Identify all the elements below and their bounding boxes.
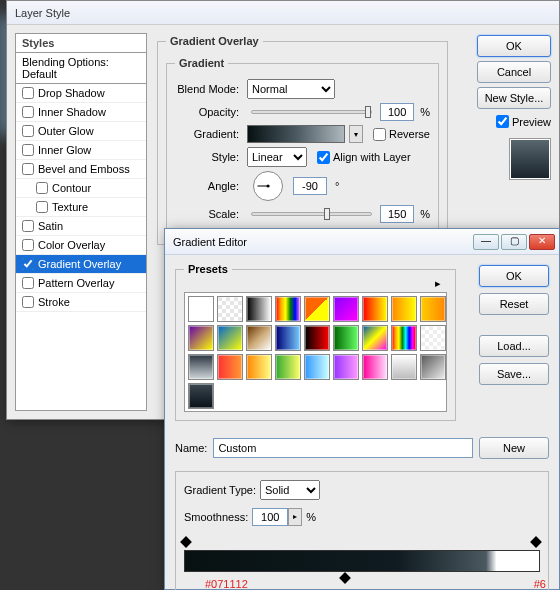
blend-mode-select[interactable]: Normal xyxy=(247,79,335,99)
gradient-editor-titlebar[interactable]: Gradient Editor — ▢ ✕ xyxy=(165,229,559,255)
gradient-type-group: Gradient Type: Solid Smoothness: ▸ % xyxy=(175,471,549,590)
gradient-subgroup: Gradient Blend Mode: Normal Opacity: % G… xyxy=(166,57,439,236)
style-item-inner-shadow[interactable]: Inner Shadow xyxy=(16,103,146,122)
gradient-type-select[interactable]: Solid xyxy=(260,480,320,500)
layer-style-buttons: OK Cancel New Style... Preview xyxy=(477,35,551,180)
preset-swatch[interactable] xyxy=(188,354,214,380)
style-item-satin[interactable]: Satin xyxy=(16,217,146,236)
angle-knob[interactable] xyxy=(253,171,283,201)
deg: ° xyxy=(335,180,339,192)
opacity-slider[interactable] xyxy=(251,110,372,114)
cancel-button[interactable]: Cancel xyxy=(477,61,551,83)
opacity-label: Opacity: xyxy=(175,106,243,118)
smoothness-field[interactable] xyxy=(252,508,288,526)
style-item-texture[interactable]: Texture xyxy=(16,198,146,217)
blending-options-row[interactable]: Blending Options: Default xyxy=(16,53,146,84)
style-item-pattern-overlay[interactable]: Pattern Overlay xyxy=(16,274,146,293)
ge-ok-button[interactable]: OK xyxy=(479,265,549,287)
preset-swatch[interactable] xyxy=(246,354,272,380)
preset-swatch[interactable] xyxy=(420,325,446,351)
gradient-bar[interactable] xyxy=(184,540,540,582)
blend-mode-label: Blend Mode: xyxy=(175,83,243,95)
angle-field[interactable] xyxy=(293,177,327,195)
gradient-type-label: Gradient Type: xyxy=(184,484,256,496)
style-item-inner-glow[interactable]: Inner Glow xyxy=(16,141,146,160)
name-label: Name: xyxy=(175,442,207,454)
layer-style-title: Layer Style xyxy=(15,7,70,19)
gradient-subgroup-legend: Gradient xyxy=(175,57,228,69)
gradient-label: Gradient: xyxy=(175,128,243,140)
scale-label: Scale: xyxy=(175,208,243,220)
pct: % xyxy=(420,106,430,118)
preset-swatch[interactable] xyxy=(333,296,359,322)
preset-swatch[interactable] xyxy=(333,325,359,351)
preset-swatch[interactable] xyxy=(333,354,359,380)
style-item-contour[interactable]: Contour xyxy=(16,179,146,198)
preset-grid xyxy=(184,292,447,412)
reverse-checkbox[interactable]: Reverse xyxy=(373,128,430,141)
smoothness-label: Smoothness: xyxy=(184,511,248,523)
gradient-editor-dialog: Gradient Editor — ▢ ✕ Presets ▸ OK Reset… xyxy=(164,228,560,590)
scale-slider[interactable] xyxy=(251,212,372,216)
gradient-editor-title: Gradient Editor xyxy=(173,236,247,248)
ge-save-button[interactable]: Save... xyxy=(479,363,549,385)
preset-swatch[interactable] xyxy=(304,296,330,322)
preset-swatch[interactable] xyxy=(420,296,446,322)
preset-swatch[interactable] xyxy=(391,325,417,351)
gradient-swatch[interactable] xyxy=(247,125,345,143)
style-item-stroke[interactable]: Stroke xyxy=(16,293,146,312)
angle-label: Angle: xyxy=(175,180,243,192)
presets-menu-icon[interactable]: ▸ xyxy=(431,277,445,289)
align-checkbox[interactable]: Align with Layer xyxy=(317,151,411,164)
ge-reset-button[interactable]: Reset xyxy=(479,293,549,315)
preset-swatch[interactable] xyxy=(188,325,214,351)
preset-swatch[interactable] xyxy=(275,354,301,380)
preset-swatch[interactable] xyxy=(362,325,388,351)
preset-swatch[interactable] xyxy=(362,354,388,380)
style-item-color-overlay[interactable]: Color Overlay xyxy=(16,236,146,255)
presets-group: Presets ▸ xyxy=(175,263,456,421)
styles-header: Styles xyxy=(16,34,146,53)
maximize-icon[interactable]: ▢ xyxy=(501,234,527,250)
ge-load-button[interactable]: Load... xyxy=(479,335,549,357)
preset-swatch[interactable] xyxy=(275,296,301,322)
preset-swatch[interactable] xyxy=(217,296,243,322)
style-item-outer-glow[interactable]: Outer Glow xyxy=(16,122,146,141)
style-item-bevel-and-emboss[interactable]: Bevel and Emboss xyxy=(16,160,146,179)
preset-swatch[interactable] xyxy=(217,325,243,351)
close-icon[interactable]: ✕ xyxy=(529,234,555,250)
styles-panel: Styles Blending Options: Default Drop Sh… xyxy=(15,33,147,411)
new-button[interactable]: New xyxy=(479,437,549,459)
gradient-dropdown[interactable]: ▾ xyxy=(349,125,363,143)
preset-swatch[interactable] xyxy=(304,325,330,351)
presets-label: Presets xyxy=(188,263,228,275)
preset-swatch[interactable] xyxy=(391,354,417,380)
opacity-field[interactable] xyxy=(380,103,414,121)
preset-swatch[interactable] xyxy=(188,296,214,322)
style-item-gradient-overlay[interactable]: Gradient Overlay xyxy=(16,255,146,274)
preset-swatch[interactable] xyxy=(246,325,272,351)
gradient-overlay-legend: Gradient Overlay xyxy=(166,35,263,47)
preset-swatch[interactable] xyxy=(420,354,446,380)
scale-field[interactable] xyxy=(380,205,414,223)
preset-swatch[interactable] xyxy=(304,354,330,380)
style-label: Style: xyxy=(175,151,243,163)
gradient-editor-buttons: OK Reset Load... Save... xyxy=(479,265,549,385)
style-item-drop-shadow[interactable]: Drop Shadow xyxy=(16,84,146,103)
name-field[interactable] xyxy=(213,438,473,458)
preview-checkbox[interactable]: Preview xyxy=(477,115,551,128)
preset-swatch[interactable] xyxy=(188,383,214,409)
preset-swatch[interactable] xyxy=(246,296,272,322)
layer-style-titlebar[interactable]: Layer Style xyxy=(7,1,559,25)
ok-button[interactable]: OK xyxy=(477,35,551,57)
preview-swatch xyxy=(509,138,551,180)
preset-swatch[interactable] xyxy=(275,325,301,351)
preset-swatch[interactable] xyxy=(391,296,417,322)
gradient-overlay-group: Gradient Overlay Gradient Blend Mode: No… xyxy=(157,35,448,245)
preset-swatch[interactable] xyxy=(362,296,388,322)
new-style-button[interactable]: New Style... xyxy=(477,87,551,109)
style-select[interactable]: Linear xyxy=(247,147,307,167)
preset-swatch[interactable] xyxy=(217,354,243,380)
smoothness-stepper[interactable]: ▸ xyxy=(288,508,302,526)
minimize-icon[interactable]: — xyxy=(473,234,499,250)
